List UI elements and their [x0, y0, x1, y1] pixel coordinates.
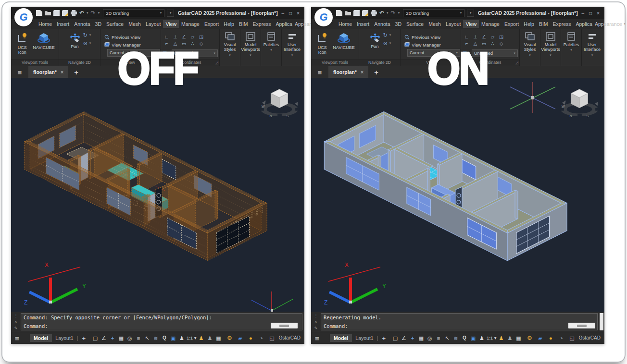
- user-interface-button[interactable]: User Interface: [282, 29, 302, 66]
- hardware-acceleration-icon[interactable]: ▰: [536, 336, 544, 341]
- workspace-selector[interactable]: 2D Drafting: [403, 9, 464, 17]
- performance-monitor-icon[interactable]: ◔: [257, 336, 265, 341]
- command-close-icon[interactable]: [14, 319, 17, 324]
- object-snap-icon[interactable]: ≋: [152, 336, 160, 341]
- panel-footer-viewport-tools[interactable]: Viewport Tools: [311, 59, 359, 66]
- command-prompt-line[interactable]: Command:: [21, 322, 302, 330]
- tab-close-icon[interactable]: [61, 69, 63, 75]
- performance-monitor-icon[interactable]: ◔: [557, 336, 565, 341]
- ucs-block-icon[interactable]: ▤: [163, 50, 167, 56]
- menu-tab-export[interactable]: Export: [202, 20, 221, 28]
- ucs-z-vector-icon[interactable]: △: [471, 41, 479, 47]
- new-tab-button[interactable]: +: [374, 68, 378, 76]
- command-edit-icon[interactable]: [314, 326, 318, 330]
- full-screen-icon[interactable]: ◱: [268, 336, 276, 341]
- annotation-visibility-icon[interactable]: ♟: [178, 336, 186, 341]
- orbit-button[interactable]: ↻: [83, 32, 91, 38]
- menu-tab-express[interactable]: Express: [251, 20, 274, 28]
- ucs-view-icon[interactable]: ◳: [197, 34, 205, 40]
- ucs-z-vector-icon[interactable]: △: [171, 41, 179, 47]
- menu-burger-icon[interactable]: [11, 68, 28, 76]
- panel-footer-navigate[interactable]: Navigate 2D: [359, 59, 400, 66]
- minimize-button[interactable]: [582, 11, 585, 16]
- ortho-mode-icon[interactable]: ≡: [435, 336, 442, 341]
- new-file-icon[interactable]: [336, 10, 342, 16]
- save-as-icon[interactable]: [362, 10, 368, 16]
- panel-footer-viewport-tools[interactable]: Viewport Tools: [11, 59, 59, 66]
- ucs-named-icon[interactable]: ◇: [197, 41, 205, 47]
- navicube-widget[interactable]: [558, 85, 601, 122]
- save-icon[interactable]: [353, 10, 360, 16]
- undo-icon[interactable]: ↶: [79, 10, 84, 16]
- navicube-widget[interactable]: [258, 85, 301, 122]
- menu-tab-bim[interactable]: BIM: [537, 20, 551, 28]
- redo-icon[interactable]: ↷: [91, 10, 96, 16]
- menu-tab-application[interactable]: Applica: [574, 20, 595, 28]
- workspace-selector[interactable]: 2D Drafting: [103, 9, 164, 17]
- ucs-object-icon[interactable]: ▱: [489, 34, 497, 40]
- menu-tab-express[interactable]: Express: [551, 20, 574, 28]
- auto-annotation-scale-icon[interactable]: ♟: [498, 336, 505, 341]
- print-icon[interactable]: [71, 10, 77, 16]
- pan-button[interactable]: Pan: [368, 31, 382, 59]
- close-button[interactable]: [297, 11, 300, 16]
- menu-tab-annotate[interactable]: Annota: [72, 20, 92, 28]
- layout1-tab[interactable]: Layout1: [53, 335, 75, 341]
- annotation-monitor-icon[interactable]: ♟: [506, 336, 514, 341]
- open-file-icon[interactable]: [45, 10, 51, 16]
- maximize-button[interactable]: [589, 11, 592, 16]
- model-viewports-button[interactable]: Model Viewports: [540, 29, 561, 66]
- undo-menu-caret[interactable]: ▾: [387, 11, 389, 15]
- palettes-button[interactable]: Palettes: [561, 29, 582, 66]
- annotation-scale-value[interactable]: 1:1 ▾: [487, 336, 497, 340]
- menu-tab-layout[interactable]: Layout: [143, 20, 163, 28]
- menu-burger-icon[interactable]: [311, 68, 328, 76]
- save-as-icon[interactable]: [62, 10, 68, 16]
- polar-tracking-icon[interactable]: ∠: [100, 336, 108, 341]
- ucs-icon-button[interactable]: UCS Icon: [314, 31, 330, 59]
- ucs-world-icon[interactable]: ∟: [163, 34, 171, 40]
- visual-styles-button[interactable]: Visual Styles: [520, 29, 540, 66]
- ucs-named-dropdown[interactable]: Unnamed: [472, 49, 518, 57]
- previous-view-button[interactable]: Previous View: [104, 34, 157, 40]
- ucs-face-icon[interactable]: ∠: [180, 34, 188, 40]
- drawing-viewport[interactable]: [311, 78, 604, 312]
- menu-tab-manage[interactable]: Manage: [479, 20, 502, 28]
- document-tab-floorplan[interactable]: floorplan*: [28, 66, 68, 78]
- ucs-previous-icon[interactable]: ⊥: [171, 34, 179, 40]
- command-scrollbar-thumb[interactable]: [568, 323, 595, 328]
- menu-tab-help[interactable]: Help: [221, 20, 237, 28]
- undo-menu-caret[interactable]: ▾: [87, 11, 88, 15]
- add-layout-button[interactable]: +: [379, 335, 388, 342]
- annotation-visibility-icon[interactable]: ♟: [478, 336, 486, 341]
- ucs-face-icon[interactable]: ∠: [480, 34, 488, 40]
- menu-tab-application[interactable]: Applica: [274, 20, 295, 28]
- ucs-named-dropdown[interactable]: Unnamed: [172, 49, 218, 57]
- save-icon[interactable]: [53, 10, 60, 16]
- clean-screen-icon[interactable]: ▢: [91, 336, 99, 341]
- palettes-button[interactable]: Palettes: [261, 29, 282, 66]
- minimize-button[interactable]: [282, 11, 285, 16]
- ortho-mode-icon[interactable]: ≡: [135, 336, 142, 341]
- view-current-dropdown[interactable]: Current: [407, 49, 460, 57]
- menu-tab-mesh[interactable]: Mesh: [126, 20, 143, 28]
- command-window[interactable]: Regenerating model. Command:: [321, 313, 598, 330]
- panel-footer-view[interactable]: View: [401, 59, 461, 66]
- command-prompt-line[interactable]: Command:: [321, 322, 597, 330]
- model-tab[interactable]: Model: [330, 334, 352, 342]
- user-interface-button[interactable]: User Interface: [582, 29, 602, 66]
- panel-footer-navigate[interactable]: Navigate 2D: [59, 59, 100, 66]
- ucs-origin-icon[interactable]: ⌐: [163, 41, 171, 47]
- brand-label[interactable]: GstarCAD: [578, 336, 601, 340]
- grid-display-icon[interactable]: ▦: [417, 336, 425, 341]
- ucs-previous-icon[interactable]: ⊥: [471, 34, 479, 40]
- menu-tab-annotate[interactable]: Annota: [372, 20, 392, 28]
- menu-tab-insert[interactable]: Insert: [354, 20, 372, 28]
- hardware-acceleration-icon[interactable]: ▰: [236, 336, 244, 341]
- maximize-button[interactable]: [289, 11, 292, 16]
- drag-dots-icon[interactable]: [314, 313, 318, 318]
- command-edit-icon[interactable]: [14, 326, 18, 330]
- panel-footer-coordinates[interactable]: Coordinates: [161, 59, 219, 66]
- ucs-origin-icon[interactable]: ⌐: [463, 41, 471, 47]
- ucs-block-icon[interactable]: ▤: [463, 50, 467, 56]
